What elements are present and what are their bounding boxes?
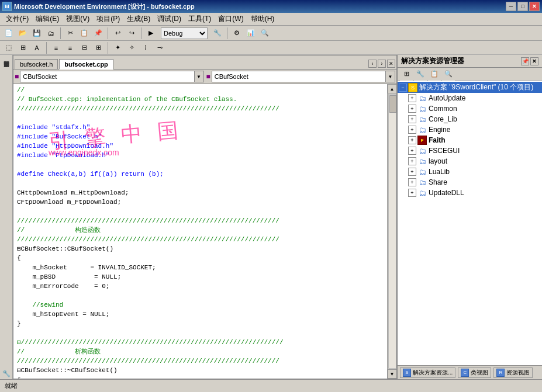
- root-expand[interactable]: −: [399, 84, 407, 92]
- tree-item-share[interactable]: + 🗂 Share: [398, 177, 542, 188]
- tb2-btn5[interactable]: ≡: [64, 41, 77, 54]
- item-expand[interactable]: +: [408, 168, 416, 176]
- maximize-button[interactable]: □: [517, 2, 528, 11]
- solution-close-button[interactable]: ✕: [530, 57, 538, 65]
- solution-pin-button[interactable]: 📌: [521, 57, 529, 65]
- solution-footer: S 解决方案资源... C 类视图 R 资源视图: [398, 365, 542, 379]
- tree-item-engine[interactable]: + 🗂 Engine: [398, 124, 542, 135]
- minimize-button[interactable]: ─: [506, 2, 516, 11]
- scroll-track[interactable]: [388, 94, 396, 369]
- tree-item-common[interactable]: + 🗂 Common: [398, 103, 542, 114]
- debug-mode-select[interactable]: Debug: [161, 27, 208, 39]
- menu-edit[interactable]: 编辑(E): [32, 13, 63, 25]
- class-combo-right-arrow[interactable]: ▼: [386, 71, 395, 82]
- tb2-btn3[interactable]: A: [30, 41, 43, 54]
- new-button[interactable]: 📄: [2, 27, 15, 40]
- separator4: [227, 27, 227, 39]
- save-button[interactable]: 💾: [30, 27, 43, 40]
- class-combo-left[interactable]: [20, 71, 194, 82]
- sol-tb-btn2[interactable]: 🔧: [414, 68, 427, 81]
- item-expand[interactable]: +: [408, 178, 416, 186]
- run-button[interactable]: ▶: [144, 27, 157, 40]
- tb2-btn7[interactable]: ⊞: [92, 41, 105, 54]
- tab-bufsocket-h[interactable]: bufsocket.h: [15, 59, 58, 69]
- tb2-btn10[interactable]: ⁞: [139, 41, 152, 54]
- item-expand[interactable]: +: [408, 115, 416, 123]
- footer-tab-solution-label: 解决方案资源...: [413, 369, 453, 377]
- code-area[interactable]: // // BufSocket.cpp: implementation of t…: [13, 84, 396, 379]
- menu-debug[interactable]: 调试(D): [154, 13, 185, 25]
- cut-button[interactable]: ✂: [64, 27, 77, 40]
- tab-next-button[interactable]: ›: [378, 60, 386, 68]
- tree-item-autoupdate[interactable]: + 🗂 AutoUpdate: [398, 93, 542, 103]
- props-button[interactable]: ⚙: [230, 27, 243, 40]
- code-content[interactable]: // // BufSocket.cpp: implementation of t…: [13, 84, 387, 379]
- tb2-btn11[interactable]: ⊸: [153, 41, 166, 54]
- menu-build[interactable]: 生成(B): [123, 13, 154, 25]
- engine-icon: 🗂: [417, 125, 427, 134]
- item-expand[interactable]: +: [408, 126, 416, 134]
- item-expand[interactable]: +: [408, 136, 416, 144]
- tree-item-faith[interactable]: + F Faith: [398, 135, 542, 145]
- item-expand[interactable]: +: [408, 189, 416, 197]
- sol-tb-btn4[interactable]: 🔍: [442, 68, 455, 81]
- tree-item-layout[interactable]: + 🗂 layout: [398, 156, 542, 166]
- scroll-up-button[interactable]: ▲: [388, 84, 397, 93]
- item-expand[interactable]: +: [408, 157, 416, 165]
- tree-item-lualib[interactable]: + 🗂 LuaLib: [398, 166, 542, 177]
- menu-window[interactable]: 窗口(W): [215, 13, 247, 25]
- redo-button[interactable]: ↪: [125, 27, 138, 40]
- tab-bufsocket-cpp[interactable]: bufsocket.cpp: [59, 59, 113, 70]
- menu-project[interactable]: 项目(P): [93, 13, 123, 25]
- menu-tools[interactable]: 工具(T): [185, 13, 215, 25]
- footer-tab-classview[interactable]: C 类视图: [458, 367, 491, 378]
- sol-tb-btn3[interactable]: 📋: [428, 68, 441, 81]
- tab-close-button[interactable]: ✕: [387, 60, 395, 68]
- tab-prev-button[interactable]: ‹: [368, 60, 377, 68]
- common-icon: 🗂: [417, 104, 427, 113]
- class-combo-left-arrow[interactable]: ▼: [195, 71, 204, 82]
- tree-item-updatedll[interactable]: + 🗂 UpdateDLL: [398, 188, 542, 198]
- item-expand[interactable]: +: [408, 94, 416, 102]
- scroll-thumb[interactable]: [389, 95, 396, 113]
- open-button[interactable]: 📂: [16, 27, 29, 40]
- menu-help[interactable]: 帮助(H): [247, 13, 278, 25]
- tb2-btn6[interactable]: ⊟: [78, 41, 91, 54]
- footer-tab-resourceview[interactable]: R 资源视图: [493, 367, 533, 378]
- extra-button1[interactable]: 📊: [244, 27, 257, 40]
- footer-classview-icon: C: [461, 369, 469, 377]
- tb2-btn4[interactable]: ≡: [50, 41, 63, 54]
- sol-tb-btn1[interactable]: ⊞: [400, 68, 413, 81]
- class-combo-right[interactable]: [212, 71, 386, 82]
- save-all-button[interactable]: 🗂: [44, 27, 57, 40]
- item-expand[interactable]: +: [408, 147, 416, 155]
- main-area: ⊞ 服务器资源管理器 🔧 bufsocket.h bufsocket.cpp ‹…: [0, 55, 542, 379]
- tree-item-fscegui[interactable]: + 🗂 FSCEGUI: [398, 145, 542, 156]
- tree-item-corelib[interactable]: + 🗂 Core_Lib: [398, 114, 542, 124]
- tree-root[interactable]: − S 解决方案 "9SwordClient" (10 个项目): [398, 82, 542, 93]
- tb2-btn9[interactable]: ✧: [125, 41, 138, 54]
- footer-tab-solution[interactable]: S 解决方案资源...: [400, 367, 455, 378]
- status-text: 就绪: [5, 381, 18, 390]
- code-line: #include "FtpDownload.h": [17, 151, 384, 160]
- left-icon1[interactable]: ⊞: [2, 58, 11, 68]
- tb2-btn1[interactable]: ⬚: [2, 41, 15, 54]
- item-expand[interactable]: +: [408, 105, 416, 113]
- close-button[interactable]: ✕: [529, 2, 540, 11]
- undo-button[interactable]: ↩: [111, 27, 124, 40]
- menu-view[interactable]: 视图(V): [63, 13, 93, 25]
- left-tab-server[interactable]: 服务器资源管理器: [1, 69, 12, 75]
- item-label: layout: [429, 157, 447, 165]
- editor-scrollbar[interactable]: ▲ ▼: [387, 84, 396, 379]
- code-line: }: [17, 319, 384, 328]
- tb2-btn2[interactable]: ⊞: [16, 41, 29, 54]
- left-icon2[interactable]: 🔧: [2, 369, 11, 378]
- paste-button[interactable]: 📌: [92, 27, 105, 40]
- copy-button[interactable]: 📋: [78, 27, 91, 40]
- menu-file[interactable]: 文件(F): [2, 13, 32, 25]
- tb2-btn8[interactable]: ✦: [111, 41, 124, 54]
- attach-button[interactable]: 🔧: [211, 27, 224, 40]
- scroll-down-button[interactable]: ▼: [388, 369, 397, 379]
- code-line: [17, 179, 384, 188]
- extra-button2[interactable]: 🔍: [258, 27, 271, 40]
